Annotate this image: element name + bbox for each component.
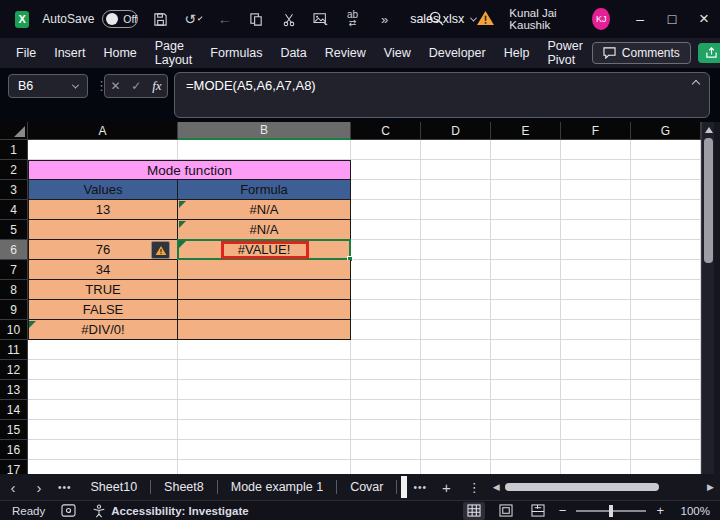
cell-E1[interactable] [491,140,561,160]
cell-E13[interactable] [491,380,561,400]
cell-G8[interactable] [631,280,701,300]
cell-C10[interactable] [351,320,421,340]
cell-B4[interactable]: #N/A [178,200,351,220]
row-header-16[interactable]: 16 [0,440,28,460]
cell-F17[interactable] [561,460,631,474]
tab-page-layout[interactable]: Page Layout [146,38,202,68]
cell-A5[interactable] [28,220,178,240]
row-header-14[interactable]: 14 [0,400,28,420]
row-header-1[interactable]: 1 [0,140,28,160]
new-sheet-icon[interactable]: + [442,479,451,496]
cell-D6[interactable] [421,240,491,260]
cell-D5[interactable] [421,220,491,240]
warning-icon[interactable] [476,10,495,29]
vertical-scrollbar[interactable] [701,122,714,474]
accessibility-status[interactable]: Accessibility: Investigate [111,505,248,517]
cell-F13[interactable] [561,380,631,400]
cell-F12[interactable] [561,360,631,380]
row-header-3[interactable]: 3 [0,180,28,200]
enter-icon[interactable]: ✓ [131,79,141,93]
comments-button[interactable]: Comments [592,42,691,64]
cell-G13[interactable] [631,380,701,400]
col-header-D[interactable]: D [421,122,491,140]
tab-formulas[interactable]: Formulas [201,38,271,68]
select-all-corner[interactable] [0,122,28,140]
cell-C1[interactable] [351,140,421,160]
cell-C13[interactable] [351,380,421,400]
cell-G7[interactable] [631,260,701,280]
cell-D2[interactable] [421,160,491,180]
hscroll-thumb[interactable] [505,483,659,491]
tab-data[interactable]: Data [271,38,315,68]
row-header-4[interactable]: 4 [0,200,28,220]
cell-E2[interactable] [491,160,561,180]
cell-D3[interactable] [421,180,491,200]
cell-A1[interactable] [28,140,178,160]
cell-D12[interactable] [421,360,491,380]
cell-G2[interactable] [631,160,701,180]
cell-F4[interactable] [561,200,631,220]
cell-A12[interactable] [28,360,178,380]
tab-insert[interactable]: Insert [45,38,94,68]
cell-G1[interactable] [631,140,701,160]
find-replace-icon[interactable]: ab⇄ [344,10,361,28]
cell-B3[interactable]: Formula [178,180,351,200]
page-break-view-icon[interactable] [527,502,549,520]
macro-record-icon[interactable] [61,504,76,517]
cell-F11[interactable] [561,340,631,360]
autosave-toggle[interactable]: Off [102,10,138,28]
cell-F1[interactable] [561,140,631,160]
cell-A7[interactable]: 34 [28,260,178,280]
formula-input[interactable]: =MODE(A5,A6,A7,A8) [174,72,710,118]
sheet-tab-covar[interactable]: Covar [337,474,396,500]
partial-sheet-tab[interactable] [401,476,407,498]
col-header-C[interactable]: C [351,122,421,140]
cell-F8[interactable] [561,280,631,300]
cell-G17[interactable] [631,460,701,474]
row-header-9[interactable]: 9 [0,300,28,320]
scroll-up-icon[interactable] [705,127,713,133]
cell-F9[interactable] [561,300,631,320]
cell-D8[interactable] [421,280,491,300]
cell-A11[interactable] [28,340,178,360]
copy-icon[interactable] [248,10,265,28]
cell-E16[interactable] [491,440,561,460]
cell-F3[interactable] [561,180,631,200]
row-header-6[interactable]: 6 [0,240,28,260]
cell-F7[interactable] [561,260,631,280]
cell-C15[interactable] [351,420,421,440]
cell-A3[interactable]: Values [28,180,178,200]
save-icon[interactable] [152,10,169,28]
cell-A13[interactable] [28,380,178,400]
cell-B14[interactable] [178,400,351,420]
row-header-11[interactable]: 11 [0,340,28,360]
cell-E6[interactable] [491,240,561,260]
cell-A17[interactable] [28,460,178,474]
cell-C16[interactable] [351,440,421,460]
cell-A2-merged-title[interactable]: Mode function [28,160,351,180]
cell-G12[interactable] [631,360,701,380]
paste-picture-icon[interactable] [312,10,329,28]
close-button[interactable]: × [688,0,720,38]
cell-E11[interactable] [491,340,561,360]
page-layout-view-icon[interactable] [495,502,517,520]
cell-E5[interactable] [491,220,561,240]
cell-D4[interactable] [421,200,491,220]
cell-E17[interactable] [491,460,561,474]
cell-F16[interactable] [561,440,631,460]
tab-help[interactable]: Help [495,38,539,68]
cell-A10[interactable]: #DIV/0! [28,320,178,340]
cell-D13[interactable] [421,380,491,400]
col-header-A[interactable]: A [28,122,178,140]
cell-B1[interactable] [178,140,351,160]
user-avatar[interactable]: KJ [592,8,610,30]
accessibility-icon[interactable] [92,504,106,518]
cell-E10[interactable] [491,320,561,340]
sheet-tab-sheet8[interactable]: Sheet8 [151,474,217,500]
row-header-15[interactable]: 15 [0,420,28,440]
cell-B8[interactable] [178,280,351,300]
cancel-icon[interactable]: ✕ [110,79,120,93]
cell-A9[interactable]: FALSE [28,300,178,320]
cell-B15[interactable] [178,420,351,440]
cell-E8[interactable] [491,280,561,300]
